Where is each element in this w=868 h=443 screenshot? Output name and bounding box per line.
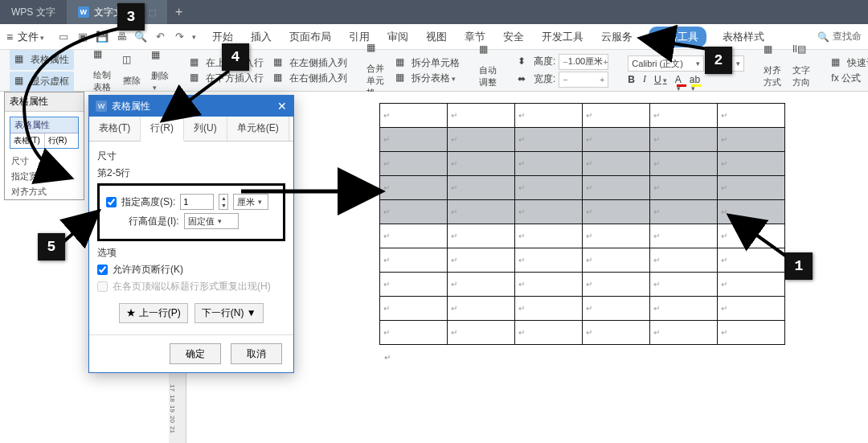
table-properties-dialog: W 表格属性 ✕ 表格(T) 行(R) 列(U) 单元格(E) 尺寸 第2-5行… [88,95,294,373]
tab-status-icon: ⬚ [149,8,156,17]
table-properties-button[interactable]: ▦表格属性 [10,50,74,70]
delete-label[interactable]: 删除 [151,70,170,92]
autofit-icon[interactable]: ▦ [479,43,498,63]
grid-icon: ▦ [14,75,27,88]
eraser-icon[interactable]: ◫ [122,54,141,73]
undo-icon[interactable]: ↶ [154,31,166,43]
prev-row-button[interactable]: ★ 上一行(P) [119,303,187,323]
tab-view[interactable]: 视图 [424,27,448,47]
table-row: ↵↵↵↵↵↵ [380,176,785,200]
formula-button[interactable]: fx 公式 [831,72,868,85]
delete-icon[interactable]: ▦ [151,49,170,68]
erase-label: 擦除 [123,75,141,87]
highlight-color-button[interactable]: ab [690,74,700,85]
preview-icon[interactable]: 🔍 [134,31,147,43]
new-icon[interactable]: ▭ [57,31,70,43]
highlighted-settings: 指定高度(S): ▲▼ 厘米▾ 行高值是(I): 固定值▾ [97,183,285,241]
height-type-select[interactable]: 固定值▾ [184,213,239,229]
split-cells-button[interactable]: ▦拆分单元格 [395,56,460,70]
side-panel: 表格属性 表格属性 表格(T) 行(R) 尺寸 指定宽度 对齐方式 [4,92,84,200]
draw-table-icon[interactable]: ▦ [93,48,113,68]
annotation-5: 5 [38,233,65,260]
tab-insert[interactable]: 插入 [249,27,273,47]
align-icon[interactable]: ▦ [764,43,783,63]
italic-button[interactable]: I [643,73,646,85]
merge-icon[interactable]: ▦ [366,42,386,61]
dlg-tab-cell[interactable]: 单元格(E) [227,117,289,141]
file-menu[interactable]: 文件 [18,30,44,44]
bold-button[interactable]: B [628,74,635,85]
tab-devtools[interactable]: 开发工具 [540,27,585,47]
insert-above-icon: ▦ [190,56,203,69]
dialog-titlebar[interactable]: W 表格属性 ✕ [89,96,293,117]
tab-table-tools[interactable]: 表格工具 [649,27,706,47]
close-icon[interactable]: ✕ [277,100,287,113]
side-tab-r[interactable]: 行(R) [45,133,79,148]
dlg-tab-row[interactable]: 行(R) [141,117,184,142]
height-spinner[interactable]: ▲▼ [219,194,228,210]
split-table-icon: ▦ [395,72,408,84]
dlg-tab-table[interactable]: 表格(T) [89,117,141,141]
search-label: 查找命 [833,30,862,43]
cancel-button[interactable]: 取消 [231,343,282,364]
tab-security[interactable]: 安全 [502,27,526,47]
fast-calc-button[interactable]: ▦快速计 [831,56,868,70]
spec-height-label: 指定高度(S): [121,195,175,209]
app-tab[interactable]: WPS 文字 [0,0,67,24]
height-icon: ⬍ [518,55,530,68]
annotation-2: 2 [705,47,732,74]
save-icon[interactable]: 💾 [96,31,108,43]
side-sub-header: 表格属性 [10,117,78,133]
tab-table-style[interactable]: 表格样式 [721,27,766,47]
spec-height-checkbox[interactable] [106,197,117,207]
table-row: ↵↵↵↵↵↵ [380,152,785,176]
width-icon: ⬌ [518,73,530,86]
insert-below-button[interactable]: ▦在下方插入行 [190,72,264,85]
height-input[interactable] [180,194,214,210]
table-row: ↵↵↵↵↵↵ [380,321,785,345]
tab-review[interactable]: 审阅 [386,27,410,47]
draw-table-label: 绘制表格 [93,69,113,93]
table-row: ↵↵↵↵↵↵ [380,128,785,152]
height-type-label: 行高值是(I): [129,215,179,228]
print-icon[interactable]: 🖶 [115,31,128,43]
hamburger-icon[interactable]: ≡ [6,31,13,43]
allow-break-label: 允许跨页断行(K) [113,263,183,277]
search-icon: 🔍 [817,31,829,43]
table-row: ↵↵↵↵↵↵ [380,104,785,128]
text-dir-icon[interactable]: ll▤ [792,43,812,63]
side-specw-label: 指定宽度 [5,169,84,184]
quick-access-toolbar: ▭ ▣ 💾 🖶 🔍 ↶ ↷ ▾ [52,31,201,43]
tab-layout[interactable]: 页面布局 [288,27,333,47]
calc-icon: ▦ [831,56,844,69]
dlg-tab-column[interactable]: 列(U) [184,117,227,141]
insert-right-button[interactable]: ▦在右侧插入列 [273,72,347,85]
height-value[interactable]: 1.00厘米 [568,55,603,68]
insert-left-button[interactable]: ▦在左侧插入列 [273,56,347,70]
annotation-1: 1 [785,252,813,280]
allow-break-checkbox[interactable] [97,265,108,275]
qat-more-icon[interactable]: ▾ [192,33,196,41]
unit-select[interactable]: 厘米▾ [233,194,268,210]
repeat-header-label: 在各页顶端以标题行形式重复出现(H) [113,280,271,293]
show-grid-button[interactable]: ▦显示虚框 [10,72,74,92]
split-table-button[interactable]: ▦拆分表格 [395,72,460,85]
side-tab-t[interactable]: 表格(T) [10,133,45,148]
font-color-button[interactable]: A [675,74,682,85]
tab-cloud[interactable]: 云服务 [600,27,634,47]
search-command[interactable]: 🔍 查找命 [817,30,862,43]
table-row: ↵↵↵↵↵↵ [380,297,785,321]
ok-button[interactable]: 确定 [170,343,221,364]
next-row-button[interactable]: 下一行(N) ▼ [194,303,264,323]
new-tab-button[interactable]: + [167,5,191,19]
redo-icon[interactable]: ↷ [173,31,186,43]
table-row: ↵↵↵↵↵↵ [380,273,785,297]
underline-button[interactable]: U [654,74,667,85]
document-table[interactable]: ↵↵↵↵↵↵ ↵↵↵↵↵↵ ↵↵↵↵↵↵ ↵↵↵↵↵↵ ↵↵↵↵↵↵ ↵↵↵↵↵… [379,103,785,345]
open-icon[interactable]: ▣ [76,31,89,43]
doc-icon: W [78,6,89,18]
table-row: ↵↵↵↵↵↵ [380,248,785,273]
font-family-select[interactable]: Calibri (正文)▾ [628,55,704,72]
side-panel-header: 表格属性 [5,92,84,112]
annotation-4: 4 [222,43,249,71]
